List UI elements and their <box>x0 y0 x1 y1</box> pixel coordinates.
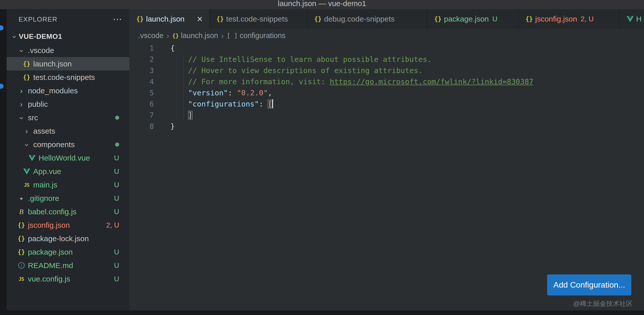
file-tree: ›.vscode{}launch.json{}test.code-snippet… <box>7 44 129 286</box>
line-number: 1 <box>129 43 154 54</box>
code-lines: 1{2 // Use IntelliSense to learn about p… <box>129 43 644 132</box>
add-configuration-button[interactable]: Add Configuration... <box>547 274 631 295</box>
tab-label: jsconfig.json <box>535 15 577 23</box>
js-icon: JS <box>22 182 31 188</box>
json-icon: {} <box>434 15 442 23</box>
tab-launch.json[interactable]: {}launch.json× <box>129 9 209 29</box>
file-name: HelloWorld.vue <box>39 154 90 162</box>
tree-item-.gitignore[interactable]: ◆.gitignoreU <box>7 191 129 205</box>
code-line-4[interactable]: 4 // For more information, visit: https:… <box>129 76 644 87</box>
editor[interactable]: 1{2 // Use IntelliSense to learn about p… <box>129 43 644 315</box>
json-icon: {} <box>525 15 533 23</box>
tab-jsconfig.json[interactable]: {}jsconfig.json2, U <box>518 9 619 29</box>
vue-icon <box>27 155 37 161</box>
tree-item-vue.config.js[interactable]: JSvue.config.jsU <box>7 272 129 286</box>
code-line-6[interactable]: 6 "configurations": [ <box>129 98 644 110</box>
breadcrumb-label: configurations <box>240 31 286 40</box>
json-icon: {} <box>17 235 26 242</box>
code-line-2[interactable]: 2 // Use IntelliSense to learn about pos… <box>129 54 644 65</box>
file-name: package-lock.json <box>28 234 89 243</box>
code-line-8[interactable]: 8} <box>129 121 644 132</box>
project-section-header[interactable]: › VUE-DEMO1 <box>7 29 129 44</box>
tree-item-jsconfig.json[interactable]: {}jsconfig.json2, U <box>7 218 129 232</box>
code-text: ] <box>154 110 192 121</box>
code-line-5[interactable]: 5 "version": "0.2.0", <box>129 87 644 98</box>
titlebar: launch.json — vue-demo1 <box>0 0 644 9</box>
notification-dot <box>0 25 4 30</box>
tree-item-HelloWorld.vue[interactable]: HelloWorld.vueU <box>7 151 129 165</box>
file-name: README.md <box>28 261 73 270</box>
tree-item-launch.json[interactable]: {}launch.json <box>7 57 129 71</box>
bottom-edge <box>0 310 644 315</box>
tab-debug.code-snippets[interactable]: {}debug.code-snippets <box>307 9 427 29</box>
line-number: 4 <box>129 76 154 87</box>
code-line-7[interactable]: 7 ] <box>129 110 644 121</box>
tree-item-test.code-snippets[interactable]: {}test.code-snippets <box>7 71 129 84</box>
chevron-down-icon: › <box>17 113 26 123</box>
tab-label: package.json <box>444 15 489 23</box>
line-number: 8 <box>129 121 154 132</box>
tab-label: launch.json <box>146 15 185 23</box>
tree-item-.vscode[interactable]: ›.vscode <box>7 44 129 57</box>
line-number: 6 <box>129 98 154 110</box>
tab-H[interactable]: H <box>619 9 644 29</box>
modified-dot-badge <box>115 116 119 120</box>
file-name: .gitignore <box>28 194 59 203</box>
breadcrumb-item-launch.json[interactable]: {}launch.json <box>172 31 218 40</box>
code-text: "configurations": [ <box>154 98 273 110</box>
tree-item-node_modules[interactable]: ›node_modules <box>7 84 129 97</box>
file-name: src <box>28 113 38 122</box>
breadcrumb-label: .vscode <box>138 31 164 40</box>
code-text: "version": "0.2.0", <box>154 87 272 98</box>
file-name: App.vue <box>33 167 61 176</box>
file-name: test.code-snippets <box>33 73 95 82</box>
code-text: // For more information, visit: https://… <box>154 76 533 87</box>
tree-item-components[interactable]: ›components <box>7 138 129 151</box>
close-icon[interactable]: × <box>192 14 203 24</box>
tab-package.json[interactable]: {}package.jsonU <box>427 9 518 29</box>
babel-icon: B <box>17 208 26 216</box>
tree-item-assets[interactable]: ›assets <box>7 124 129 138</box>
file-name: package.json <box>28 248 73 256</box>
git-status-badge: U <box>114 167 119 176</box>
breadcrumb-item-configurations[interactable]: [ ]configurations <box>227 31 285 40</box>
vue-icon <box>626 16 634 22</box>
project-name: VUE-DEMO1 <box>19 32 62 41</box>
info-icon: i <box>17 262 26 269</box>
chevron-separator-icon: › <box>221 31 224 40</box>
chevron-separator-icon: › <box>167 31 169 40</box>
more-actions-icon[interactable]: ⋯ <box>113 15 122 24</box>
file-name: public <box>28 100 48 109</box>
code-text: { <box>154 43 175 54</box>
line-number: 2 <box>129 54 154 65</box>
chevron-down-icon: › <box>10 32 19 42</box>
file-name: .vscode <box>28 46 54 55</box>
file-name: node_modules <box>28 86 78 95</box>
tree-item-package-lock.json[interactable]: {}package-lock.json <box>7 232 129 245</box>
breadcrumb-item-.vscode[interactable]: .vscode <box>138 31 164 40</box>
chevron-right-icon: › <box>17 86 26 95</box>
indent-guide <box>183 54 184 121</box>
line-number: 5 <box>129 87 154 98</box>
tab-test.code-snippets[interactable]: {}test.code-snippets <box>209 9 307 29</box>
tree-item-package.json[interactable]: {}package.jsonU <box>7 245 129 259</box>
git-status-badge: U <box>114 194 119 202</box>
tree-item-App.vue[interactable]: App.vueU <box>7 165 129 178</box>
tree-item-src[interactable]: ›src <box>7 111 129 124</box>
tree-item-main.js[interactable]: JSmain.jsU <box>7 178 129 191</box>
line-number: 3 <box>129 65 154 76</box>
json-icon: {} <box>172 32 179 39</box>
tree-item-babel.config.js[interactable]: Bbabel.config.jsU <box>7 205 129 218</box>
code-line-1[interactable]: 1{ <box>129 43 644 54</box>
activity-bar[interactable] <box>0 9 7 315</box>
file-name: main.js <box>33 181 57 189</box>
chevron-down-icon: › <box>23 140 31 149</box>
git-status-badge: U <box>114 248 119 256</box>
git-icon: ◆ <box>17 196 26 201</box>
code-line-3[interactable]: 3 // Hover to view descriptions of exist… <box>129 65 644 76</box>
tree-item-README.md[interactable]: iREADME.mdU <box>7 259 129 272</box>
json-icon: {} <box>22 74 31 81</box>
breadcrumb: .vscode›{}launch.json›[ ]configurations <box>129 29 644 43</box>
tree-item-public[interactable]: ›public <box>7 97 129 111</box>
code-text: // Hover to view descriptions of existin… <box>154 65 423 76</box>
